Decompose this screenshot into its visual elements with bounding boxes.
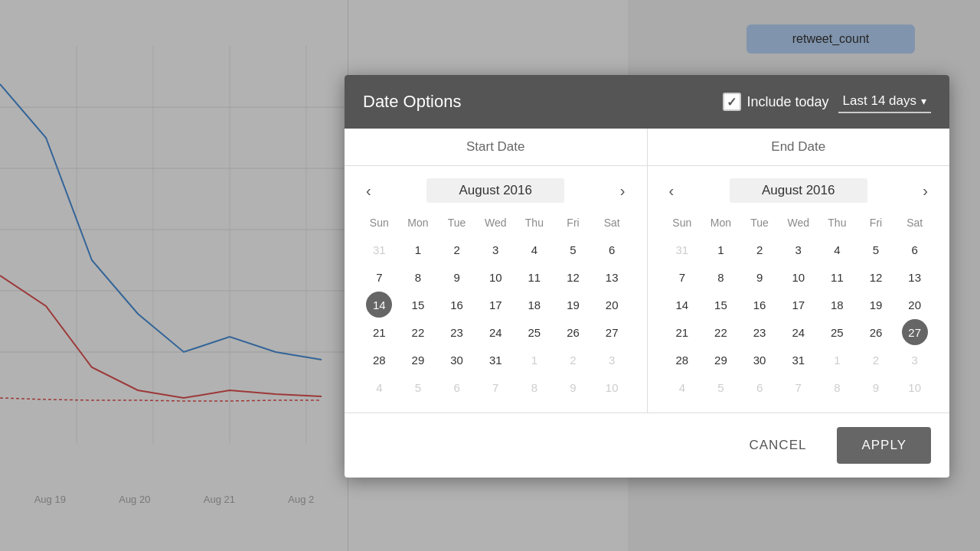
- include-today-label: Include today: [747, 94, 829, 110]
- day-cell[interactable]: 16: [444, 292, 470, 318]
- day-cell[interactable]: 19: [863, 292, 889, 318]
- day-cell[interactable]: 1: [824, 347, 850, 373]
- day-cell[interactable]: 24: [786, 319, 812, 345]
- day-cell[interactable]: 8: [707, 264, 733, 290]
- apply-button[interactable]: APPLY: [837, 427, 931, 464]
- day-cell[interactable]: 11: [824, 264, 850, 290]
- day-cell[interactable]: 23: [746, 319, 773, 345]
- day-cell[interactable]: 3: [786, 236, 812, 262]
- day-cell[interactable]: 21: [366, 319, 392, 345]
- day-cell[interactable]: 16: [746, 292, 773, 318]
- day-cell[interactable]: 6: [444, 374, 470, 400]
- day-cell[interactable]: 2: [746, 236, 773, 262]
- day-cell[interactable]: 27: [599, 319, 625, 345]
- day-cell[interactable]: 28: [366, 347, 392, 373]
- day-cell[interactable]: 17: [482, 292, 508, 318]
- day-cell[interactable]: 3: [902, 347, 928, 373]
- day-cell[interactable]: 1: [707, 236, 733, 262]
- start-next-month-button[interactable]: ›: [614, 181, 632, 201]
- day-cell[interactable]: 13: [902, 264, 928, 290]
- day-cell[interactable]: 26: [863, 319, 889, 345]
- day-cell[interactable]: 10: [482, 264, 508, 290]
- cancel-button[interactable]: CANCEL: [730, 427, 825, 464]
- day-cell[interactable]: 12: [863, 264, 889, 290]
- day-cell[interactable]: 14: [366, 292, 392, 318]
- day-cell[interactable]: 2: [863, 347, 889, 373]
- day-cell[interactable]: 30: [444, 347, 470, 373]
- day-cell[interactable]: 9: [863, 374, 889, 400]
- day-cell[interactable]: 31: [482, 347, 508, 373]
- day-cell[interactable]: 7: [482, 374, 508, 400]
- day-cell[interactable]: 15: [405, 292, 431, 318]
- day-cell[interactable]: 9: [444, 264, 470, 290]
- day-cell[interactable]: 14: [669, 292, 695, 318]
- day-cell[interactable]: 11: [521, 264, 547, 290]
- day-cell[interactable]: 29: [707, 347, 733, 373]
- end-prev-month-button[interactable]: ‹: [663, 181, 681, 201]
- day-cell[interactable]: 31: [669, 236, 695, 262]
- day-cell[interactable]: 3: [482, 236, 508, 262]
- end-month-input[interactable]: [730, 178, 867, 203]
- day-cell[interactable]: 6: [599, 236, 625, 262]
- day-cell[interactable]: 15: [707, 292, 733, 318]
- day-cell[interactable]: 8: [521, 374, 547, 400]
- day-cell[interactable]: 2: [444, 236, 470, 262]
- day-cell[interactable]: 31: [786, 347, 812, 373]
- end-next-month-button[interactable]: ›: [916, 181, 934, 201]
- day-cell[interactable]: 9: [746, 264, 773, 290]
- day-cell[interactable]: 28: [669, 347, 695, 373]
- day-cell[interactable]: 4: [366, 374, 392, 400]
- end-day-headers: Sun Mon Tue Wed Thu Fri Sat: [663, 214, 935, 232]
- day-cell[interactable]: 6: [746, 374, 773, 400]
- day-cell[interactable]: 27: [902, 319, 928, 345]
- checkmark-icon: ✓: [727, 95, 737, 109]
- include-today-wrapper[interactable]: ✓ Include today: [723, 93, 829, 111]
- day-cell[interactable]: 22: [405, 319, 431, 345]
- day-cell[interactable]: 24: [482, 319, 508, 345]
- day-cell[interactable]: 7: [669, 264, 695, 290]
- day-cell[interactable]: 18: [824, 292, 850, 318]
- day-cell[interactable]: 1: [405, 236, 431, 262]
- day-cell[interactable]: 25: [521, 319, 547, 345]
- day-cell[interactable]: 9: [560, 374, 586, 400]
- day-cell[interactable]: 30: [746, 347, 773, 373]
- day-cell[interactable]: 1: [521, 347, 547, 373]
- day-cell[interactable]: 5: [863, 236, 889, 262]
- day-cell[interactable]: 3: [599, 347, 625, 373]
- day-cell[interactable]: 7: [786, 374, 812, 400]
- day-cell[interactable]: 18: [521, 292, 547, 318]
- day-cell[interactable]: 4: [669, 374, 695, 400]
- day-cell[interactable]: 26: [560, 319, 586, 345]
- day-cell[interactable]: 21: [669, 319, 695, 345]
- day-cell[interactable]: 29: [405, 347, 431, 373]
- day-cell[interactable]: 17: [786, 292, 812, 318]
- day-cell[interactable]: 31: [366, 236, 392, 262]
- day-cell[interactable]: 20: [599, 292, 625, 318]
- day-cell[interactable]: 5: [560, 236, 586, 262]
- date-range-dropdown[interactable]: Last 14 days ▾: [838, 90, 931, 113]
- day-cell[interactable]: 8: [405, 264, 431, 290]
- day-cell[interactable]: 10: [902, 374, 928, 400]
- day-cell[interactable]: 5: [707, 374, 733, 400]
- day-cell[interactable]: 22: [707, 319, 733, 345]
- day-cell[interactable]: 8: [824, 374, 850, 400]
- day-cell[interactable]: 2: [560, 347, 586, 373]
- end-day-header-sun: Sun: [663, 214, 702, 232]
- day-cell[interactable]: 19: [560, 292, 586, 318]
- day-cell[interactable]: 7: [366, 264, 392, 290]
- day-cell[interactable]: 6: [902, 236, 928, 262]
- day-cell[interactable]: 25: [824, 319, 850, 345]
- day-cell[interactable]: 20: [902, 292, 928, 318]
- start-month-input[interactable]: [426, 178, 564, 203]
- day-cell[interactable]: 4: [824, 236, 850, 262]
- day-cell[interactable]: 13: [599, 264, 625, 290]
- day-cell[interactable]: 12: [560, 264, 586, 290]
- day-cell[interactable]: 4: [521, 236, 547, 262]
- day-cell[interactable]: 10: [786, 264, 812, 290]
- day-cell[interactable]: 23: [444, 319, 470, 345]
- start-prev-month-button[interactable]: ‹: [360, 181, 377, 201]
- day-header-sun: Sun: [360, 214, 399, 232]
- include-today-checkbox[interactable]: ✓: [723, 93, 741, 111]
- day-cell[interactable]: 5: [405, 374, 431, 400]
- day-cell[interactable]: 10: [599, 374, 625, 400]
